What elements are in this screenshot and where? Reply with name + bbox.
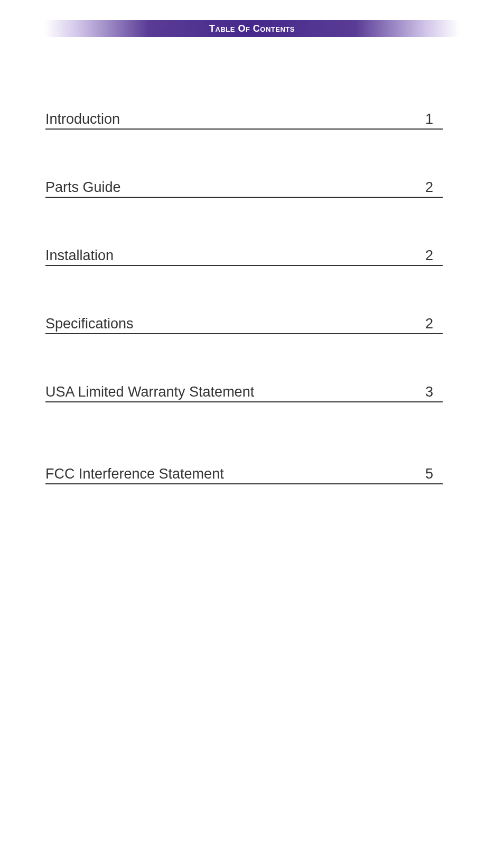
toc-entry-page: 3 <box>425 384 443 400</box>
toc-entry-title: Installation <box>45 247 114 264</box>
toc-entry: Installation 2 <box>45 247 443 266</box>
header-title: Table Of Contents <box>209 23 295 34</box>
toc-entry: USA Limited Warranty Statement 3 <box>45 384 443 402</box>
toc-entry-page: 1 <box>425 111 443 127</box>
toc-entry-title: Specifications <box>45 316 134 332</box>
toc-entry: Specifications 2 <box>45 316 443 334</box>
toc-entry-page: 2 <box>425 179 443 196</box>
toc-entry-title: Parts Guide <box>45 179 121 196</box>
toc-entry-page: 2 <box>425 316 443 332</box>
toc-entry: FCC Interference Statement 5 <box>45 466 443 484</box>
toc-entry-title: FCC Interference Statement <box>45 466 224 482</box>
header-banner: Table Of Contents <box>44 20 460 37</box>
toc-container: Introduction 1 Parts Guide 2 Installatio… <box>45 111 443 534</box>
toc-entry: Introduction 1 <box>45 111 443 130</box>
toc-entry-title: Introduction <box>45 111 120 127</box>
toc-entry-page: 2 <box>425 247 443 264</box>
toc-entry-page: 5 <box>425 466 443 482</box>
toc-entry-title: USA Limited Warranty Statement <box>45 384 254 400</box>
toc-entry: Parts Guide 2 <box>45 179 443 198</box>
